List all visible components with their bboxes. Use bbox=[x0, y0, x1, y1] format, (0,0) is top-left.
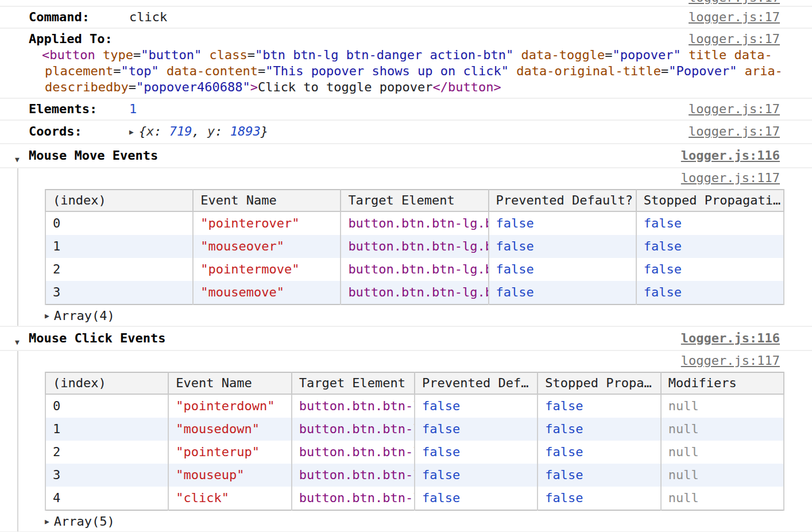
console-entry-table-source: logger.js:117 bbox=[18, 351, 812, 371]
table-cell-node: button.btn.btn-lg.btn-danger.action-btn bbox=[292, 394, 415, 418]
token-val: "top" bbox=[121, 64, 158, 78]
token-plain bbox=[737, 64, 744, 78]
table-cell-str: "click" bbox=[168, 487, 291, 510]
token-val: "popover" bbox=[612, 48, 680, 62]
group-indent-rail: logger.js:117 (index)Event NameTarget El… bbox=[17, 168, 812, 326]
table-cell-null: null bbox=[661, 487, 784, 510]
table-header-cell[interactable]: (index) bbox=[45, 190, 193, 211]
chevron-down-icon[interactable]: ▼ bbox=[15, 152, 20, 168]
table-header-cell[interactable]: Modifiers bbox=[661, 372, 784, 394]
token-plain bbox=[726, 48, 734, 62]
console-group-header-mouse-move[interactable]: ▼ Mouse Move Events logger.js:116 bbox=[0, 144, 812, 168]
elements-label: Elements: bbox=[29, 101, 129, 117]
token-plain: = bbox=[661, 64, 668, 78]
token-attr: placement bbox=[45, 64, 113, 78]
table-cell-node: button.btn.btn-lg.btn-danger.action-btn bbox=[341, 211, 488, 235]
table-cell-bool: false bbox=[415, 464, 538, 487]
table-header-cell[interactable]: Target Element bbox=[292, 372, 415, 394]
source-link[interactable]: logger.js:117 bbox=[681, 353, 780, 369]
table-cell-null: null bbox=[661, 394, 784, 418]
source-link[interactable]: logger.js:17 bbox=[689, 0, 780, 6]
table-cell-idx: 3 bbox=[45, 464, 168, 487]
table-row: 1"mouseover"button.btn.btn-lg.btn-danger… bbox=[45, 235, 784, 258]
token-tag: <button bbox=[42, 48, 95, 62]
array-preview[interactable]: ▶ Array(5) bbox=[18, 512, 812, 531]
table-cell-bool: false bbox=[636, 235, 784, 258]
table-row: 2"pointermove"button.btn.btn-lg.btn-dang… bbox=[45, 258, 784, 281]
table-cell-bool: false bbox=[489, 235, 636, 258]
token-plain bbox=[681, 48, 689, 62]
chevron-down-icon[interactable]: ▼ bbox=[15, 334, 20, 350]
source-link[interactable]: logger.js:117 bbox=[681, 170, 780, 186]
source-link[interactable]: logger.js:17 bbox=[689, 101, 780, 117]
chevron-right-icon[interactable]: ▶ bbox=[45, 308, 49, 324]
source-link[interactable]: logger.js:17 bbox=[689, 124, 780, 140]
array-label: Array(4) bbox=[54, 308, 115, 324]
table-row: 1"mousedown"button.btn.btn-lg.btn-danger… bbox=[45, 418, 784, 441]
log-message: Applied To: <button type="button" class=… bbox=[29, 31, 780, 95]
token-plain bbox=[202, 48, 209, 62]
table-cell-str: "mouseup" bbox=[168, 464, 291, 487]
token-plain: = bbox=[113, 64, 121, 78]
table-header-cell[interactable]: Event Name bbox=[168, 372, 291, 394]
table-header-cell[interactable]: Prevented Def… bbox=[415, 372, 538, 394]
token-plain: : bbox=[215, 124, 230, 138]
token-plain: , bbox=[192, 124, 208, 138]
table-row: 0"pointerdown"button.btn.btn-lg.btn-dang… bbox=[45, 394, 784, 418]
token-attr: aria- bbox=[745, 64, 783, 78]
token-plain: = bbox=[129, 80, 136, 94]
token-plain: { bbox=[139, 124, 146, 138]
console-group-content-mouse-move: logger.js:117 (index)Event NameTarget El… bbox=[0, 168, 812, 327]
table-header-cell[interactable]: Target Element bbox=[341, 190, 488, 211]
console-table-mouse-click: (index)Event NameTarget ElementPrevented… bbox=[45, 372, 784, 511]
token-tag: </button> bbox=[433, 80, 501, 94]
console-table-mouse-move: (index)Event NameTarget ElementPrevented… bbox=[45, 189, 784, 305]
table-header-cell[interactable]: (index) bbox=[45, 372, 168, 394]
chevron-right-icon[interactable]: ▶ bbox=[45, 514, 49, 530]
table-header-cell[interactable]: Event Name bbox=[193, 190, 341, 211]
table-cell-bool: false bbox=[636, 211, 784, 235]
source-link[interactable]: logger.js:17 bbox=[689, 31, 780, 47]
table-row: 3"mousemove"button.btn.btn-lg.btn-danger… bbox=[45, 281, 784, 304]
code-line: <button type="button" class="btn btn-lg … bbox=[42, 47, 780, 63]
table-header-row: (index)Event NameTarget ElementPrevented… bbox=[45, 190, 784, 211]
table-cell-node: button.btn.btn-lg.btn-danger.action-btn bbox=[292, 418, 415, 441]
group-title: Mouse Move Events bbox=[29, 148, 158, 163]
table-header-cell[interactable]: Prevented Default? bbox=[489, 190, 636, 211]
table-row: 3"mouseup"button.btn.btn-lg.btn-danger.a… bbox=[45, 464, 784, 487]
token-val: "popover460688" bbox=[136, 80, 250, 94]
table-cell-bool: false bbox=[538, 464, 660, 487]
token-plain: } bbox=[261, 124, 268, 138]
console-group-header-mouse-click[interactable]: ▼ Mouse Click Events logger.js:116 bbox=[0, 327, 812, 351]
log-message: Coords:▶{x: 719, y: 1893} bbox=[29, 124, 780, 140]
source-link[interactable]: logger.js:116 bbox=[681, 148, 780, 164]
source-link[interactable]: logger.js:116 bbox=[681, 330, 780, 346]
applied-to-markup: <button type="button" class="btn btn-lg … bbox=[42, 47, 780, 95]
table-header-row: (index)Event NameTarget ElementPrevented… bbox=[45, 372, 784, 394]
console-entry-command: Command:click logger.js:17 bbox=[0, 7, 812, 29]
token-val: "button" bbox=[141, 48, 202, 62]
token-attr: class bbox=[209, 48, 247, 62]
token-num: 1893 bbox=[230, 124, 261, 138]
table-header-cell[interactable]: Stopped Propagati… bbox=[636, 190, 784, 211]
table-row: 2"pointerup"button.btn.btn-lg.btn-danger… bbox=[45, 441, 784, 464]
table-row: 4"click"button.btn.btn-lg.btn-danger.act… bbox=[45, 487, 784, 510]
token-plain bbox=[513, 48, 521, 62]
coords-object-preview[interactable]: {x: 719, y: 1893} bbox=[139, 124, 268, 138]
code-line: describedby="popover460688">Click to tog… bbox=[42, 79, 780, 95]
array-preview[interactable]: ▶ Array(4) bbox=[18, 306, 812, 326]
console-entry-partial: logger.js:17 bbox=[0, 0, 812, 7]
table-header-cell[interactable]: Stopped Propa… bbox=[538, 372, 660, 394]
table-cell-bool: false bbox=[538, 487, 660, 510]
table-cell-bool: false bbox=[415, 441, 538, 464]
token-plain bbox=[159, 64, 167, 78]
table-cell-bool: false bbox=[538, 418, 660, 441]
table-cell-node: button.btn.btn-lg.btn-danger.action-btn bbox=[341, 235, 488, 258]
code-line: placement="top" data-content="This popov… bbox=[42, 63, 780, 79]
token-attr: title bbox=[689, 48, 726, 62]
command-label: Command: bbox=[29, 9, 129, 25]
token-plain bbox=[95, 48, 103, 62]
elements-count: 1 bbox=[129, 102, 137, 116]
chevron-right-icon[interactable]: ▶ bbox=[129, 124, 134, 140]
source-link[interactable]: logger.js:17 bbox=[689, 9, 780, 25]
